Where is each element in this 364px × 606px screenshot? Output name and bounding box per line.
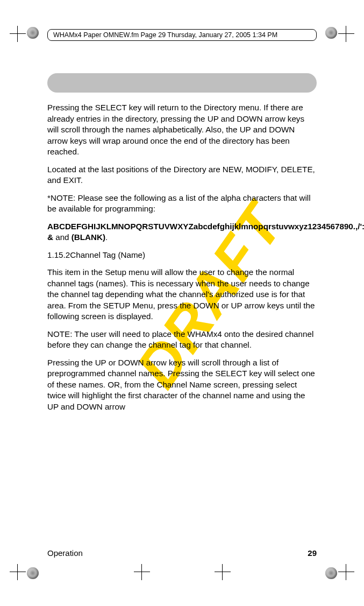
text: and — [53, 232, 72, 242]
body-text: Pressing the SELECT key will return to t… — [47, 102, 317, 412]
paragraph: *NOTE: Please see the following as a lis… — [47, 193, 317, 215]
crop-mark — [10, 26, 26, 42]
text: . — [105, 232, 108, 242]
corner-ornament-icon — [27, 27, 39, 39]
paragraph: This item in the Setup menu will allow t… — [47, 267, 317, 322]
crop-mark — [338, 564, 354, 580]
paragraph: NOTE: The user will need to place the WH… — [47, 329, 317, 351]
corner-ornament-icon — [27, 567, 39, 579]
crop-mark — [215, 564, 231, 580]
corner-ornament-icon — [325, 567, 337, 579]
paragraph: Pressing the UP or DOWN arrow keys will … — [47, 357, 317, 413]
page-frame: WHAMx4 Paper OMNEW.fm Page 29 Thursday, … — [47, 27, 317, 558]
blank-label: (BLANK) — [72, 232, 105, 242]
paragraph: ABCDEFGHIJKLMNOPQRSTUVWXYZabcdefghijklmn… — [47, 221, 317, 243]
section-heading-bar — [47, 73, 317, 93]
crop-marks-bottom — [134, 564, 231, 580]
crop-mark — [134, 564, 150, 580]
crop-mark — [10, 564, 26, 580]
paragraph: Pressing the SELECT key will return to t… — [47, 102, 317, 158]
section-number: 1.15.2Channel Tag (Name) — [47, 250, 317, 261]
corner-ornament-icon — [325, 27, 337, 39]
paragraph: Located at the last positions of the Dir… — [47, 164, 317, 186]
page-number: 29 — [308, 548, 317, 558]
page-footer: Operation 29 — [47, 548, 317, 558]
crop-mark — [338, 26, 354, 42]
page-header: WHAMx4 Paper OMNEW.fm Page 29 Thursday, … — [47, 29, 317, 41]
footer-section: Operation — [47, 548, 83, 558]
